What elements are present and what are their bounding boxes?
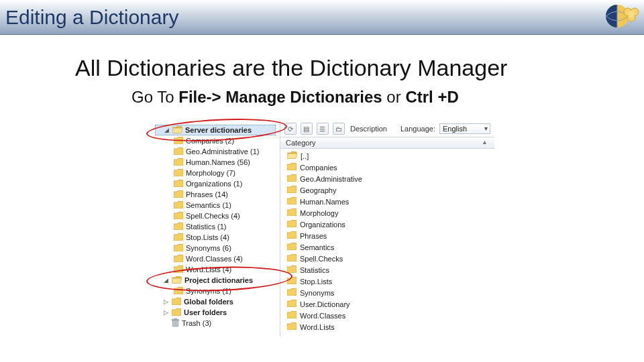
category-item[interactable]: Organizations [282, 219, 493, 230]
folder-icon[interactable]: 🗀 [333, 123, 345, 135]
slide-instruction: Go To File-> Manage Dictionaries or Ctrl… [0, 85, 644, 117]
collapse-icon[interactable]: ◢ [164, 127, 170, 133]
tree-item-label: Morphology (7) [186, 169, 235, 177]
folder-icon [287, 254, 297, 263]
tree-item[interactable]: Word.Classes (4) [155, 253, 276, 264]
expand-icon[interactable]: ▷ [163, 310, 169, 316]
tree-item[interactable]: Morphology (7) [155, 168, 276, 178]
folder-icon [287, 277, 297, 286]
category-item[interactable]: Geo.Administrative [282, 173, 493, 184]
folder-icon [172, 308, 181, 317]
tree-item[interactable]: Spell.Checks (4) [155, 210, 276, 221]
category-item[interactable]: Morphology [282, 207, 493, 219]
content-toolbar: ⟳ ▤ ☰ 🗀 Description Language: English [280, 121, 494, 137]
instruction-or: or [382, 88, 406, 106]
folder-icon [174, 147, 183, 156]
tree-group-project[interactable]: ◢Project dictionaries [155, 275, 276, 286]
tree-item[interactable]: Organizations (1) [155, 178, 276, 189]
folder-icon [174, 137, 183, 145]
tree-item-label: Spell.Checks (4) [186, 212, 240, 220]
category-label: Organizations [300, 221, 345, 229]
folder-icon [287, 265, 297, 274]
tree-item[interactable]: Human.Names (56) [155, 157, 276, 168]
instruction-shortcut: Ctrl +D [405, 88, 458, 106]
settings-icon[interactable]: ☰ [317, 123, 329, 135]
tree-item[interactable]: Phrases (14) [155, 189, 276, 200]
category-item[interactable]: Synonyms [282, 287, 493, 298]
category-item[interactable]: Word.Classes [282, 310, 493, 321]
category-label: Stop.Lists [300, 278, 332, 286]
dictionary-manager-screenshot: ◢Server dictionariesCompanies (2)Geo.Adm… [151, 121, 494, 337]
folder-icon [287, 186, 297, 194]
sort-asc-icon: ▲ [482, 139, 488, 145]
tree-item-label: Organizations (1) [186, 180, 242, 188]
tree-item[interactable]: Semantics (1) [155, 200, 276, 210]
category-label: Synonyms [300, 289, 334, 297]
tree-item-label: Synonyms (1) [186, 287, 231, 295]
tree-item-label: Phrases (14) [186, 190, 228, 198]
document-icon[interactable]: ▤ [301, 123, 313, 135]
svg-point-7 [628, 11, 635, 17]
tree-item-label: Word.Classes (4) [186, 255, 243, 263]
tree-item[interactable]: Stop.Lists (4) [155, 232, 276, 243]
language-combo[interactable]: English [439, 123, 490, 134]
category-label: Companies [300, 164, 337, 172]
tree-group-user[interactable]: ▷User folders [155, 307, 276, 318]
tree-item-label: Semantics (1) [186, 201, 231, 209]
category-up-item[interactable]: [..] [282, 150, 493, 162]
refresh-icon[interactable]: ⟳ [284, 123, 297, 135]
category-item[interactable]: Semantics [282, 241, 493, 253]
tree-group-trash[interactable]: Trash (3) [155, 318, 276, 328]
folder-icon [172, 298, 181, 306]
category-column-header[interactable]: Category ▲ [280, 137, 494, 149]
category-label: Geography [300, 186, 336, 194]
tree-item-label: Human.Names (56) [186, 158, 250, 166]
category-label: Spell.Checks [300, 255, 343, 263]
category-item[interactable]: Human.Names [282, 196, 493, 207]
folder-icon [287, 208, 297, 217]
tree-item[interactable]: Geo.Administrative (1) [155, 146, 276, 157]
category-label: [..] [301, 152, 309, 160]
expand-icon[interactable]: ▷ [163, 299, 169, 305]
tree-item-label: Synonyms (6) [186, 244, 231, 252]
tree-item[interactable]: Companies (2) [155, 135, 276, 146]
language-value: English [443, 125, 467, 133]
category-label: Statistics [300, 266, 329, 274]
tree-group-label: Trash (3) [182, 319, 211, 327]
category-item[interactable]: Phrases [282, 230, 493, 241]
category-label: Geo.Administrative [300, 175, 362, 183]
tree-item[interactable]: Synonyms (1) [155, 286, 276, 296]
dictionary-tree[interactable]: ◢Server dictionariesCompanies (2)Geo.Adm… [154, 123, 277, 328]
tree-group-global[interactable]: ▷Global folders [155, 296, 276, 307]
slide-title: Editing a Dictionary [5, 6, 178, 29]
expand-icon[interactable] [163, 320, 169, 326]
folder-icon [287, 220, 297, 229]
category-item[interactable]: Stop.Lists [282, 276, 493, 287]
tree-item[interactable]: Synonyms (6) [155, 243, 276, 253]
folder-icon [174, 212, 183, 221]
category-item[interactable]: Word.Lists [282, 321, 493, 333]
folder-icon [174, 244, 183, 253]
tree-item-label: Companies (2) [186, 137, 234, 145]
category-list[interactable]: [..]CompaniesGeo.AdministrativeGeography… [280, 149, 494, 333]
category-item[interactable]: Statistics [282, 264, 493, 276]
folder-icon [174, 233, 183, 242]
description-label: Description [350, 125, 387, 133]
collapse-icon[interactable]: ◢ [163, 278, 169, 284]
category-label: Human.Names [300, 198, 349, 206]
category-item[interactable]: Geography [282, 184, 493, 196]
tree-group-server[interactable]: ◢Server dictionaries [155, 125, 276, 135]
svg-rect-2 [606, 5, 617, 27]
tree-item[interactable]: Statistics (1) [155, 221, 276, 232]
category-item[interactable]: Companies [282, 162, 493, 173]
folder-icon [287, 300, 297, 308]
slide-title-bar: Editing a Dictionary [0, 0, 644, 35]
tree-group-label: Global folders [184, 298, 233, 306]
folder-icon [287, 163, 297, 172]
language-label: Language: [400, 125, 435, 133]
category-item[interactable]: User.Dictionary [282, 298, 493, 310]
category-item[interactable]: Spell.Checks [282, 253, 493, 264]
folder-icon [174, 223, 183, 231]
content-pane: ⟳ ▤ ☰ 🗀 Description Language: English Ca… [280, 121, 494, 337]
tree-item[interactable]: Word.Lists (4) [155, 264, 276, 275]
